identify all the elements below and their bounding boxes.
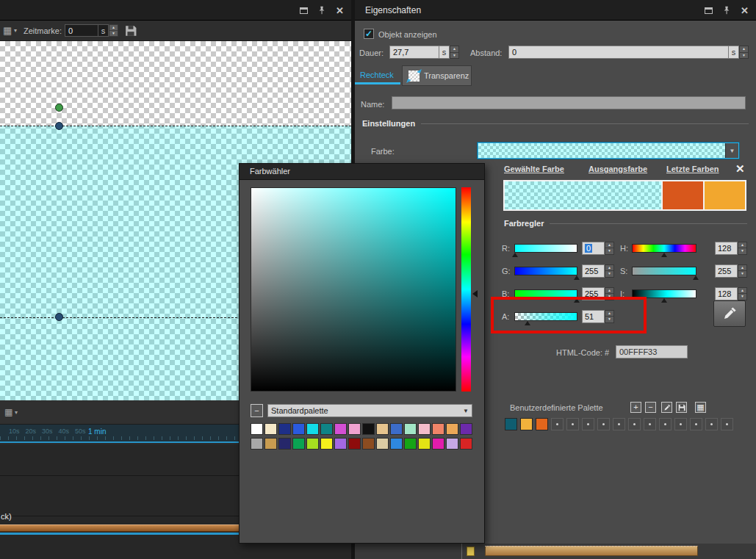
object-menu-icon[interactable]: ▦ (3, 25, 12, 36)
slider-h-spinner[interactable]: ▲▼ (738, 242, 747, 255)
palette-color[interactable] (390, 423, 403, 435)
palette-color[interactable] (460, 423, 472, 435)
palette-color[interactable] (404, 423, 417, 435)
palette-color[interactable] (390, 438, 403, 450)
color-picker-titlebar[interactable]: Farbwähler (240, 164, 484, 180)
palette-color[interactable] (278, 423, 291, 435)
slider-b-value[interactable]: 255 (582, 287, 605, 300)
custom-palette-color[interactable] (520, 418, 533, 430)
slider-r[interactable] (514, 244, 577, 253)
custom-palette-empty-slot[interactable] (566, 418, 579, 430)
slider-marker[interactable] (574, 275, 580, 280)
palette-color[interactable] (432, 423, 444, 435)
custom-palette-save-button[interactable] (676, 402, 687, 413)
hue-bar[interactable] (461, 187, 471, 392)
duration-spinner[interactable]: ▲▼ (450, 46, 459, 59)
slider-s-value[interactable]: 255 (715, 264, 738, 278)
slider-marker[interactable] (525, 321, 530, 325)
track-options-icon[interactable]: ▦ (4, 407, 12, 417)
slider-b[interactable] (514, 289, 577, 298)
palette-color[interactable] (460, 438, 472, 450)
video-window-titlebar[interactable]: ✕ (0, 0, 351, 21)
custom-palette-empty-slot[interactable] (659, 418, 672, 430)
palette-color[interactable] (264, 438, 277, 450)
slider-marker[interactable] (661, 298, 667, 303)
slider-i-value[interactable]: 128 (715, 287, 738, 300)
palette-color[interactable] (376, 423, 389, 435)
slider-g[interactable] (514, 267, 577, 275)
slider-r-value[interactable]: 0 (582, 242, 605, 255)
slider-marker[interactable] (512, 253, 518, 257)
tab-rechteck[interactable]: Rechteck (360, 71, 394, 79)
slider-marker[interactable] (693, 275, 699, 280)
custom-palette-color[interactable] (536, 418, 548, 430)
slider-g-value[interactable]: 255 (582, 264, 605, 278)
palette-color[interactable] (251, 438, 263, 450)
custom-palette-empty-slot[interactable] (674, 418, 687, 430)
color-dropdown[interactable]: ▼ (478, 143, 739, 159)
palette-color[interactable] (348, 423, 361, 435)
slider-marker[interactable] (661, 253, 667, 257)
palette-color[interactable] (292, 438, 305, 450)
slider-g-spinner[interactable]: ▲▼ (605, 264, 614, 278)
close-icon[interactable]: ✕ (336, 6, 344, 15)
recent-color-swatch[interactable] (705, 181, 745, 209)
custom-palette-empty-slot[interactable] (644, 418, 656, 430)
palette-color[interactable] (251, 423, 263, 435)
color-field[interactable] (251, 187, 456, 392)
timeline-clip-bar[interactable] (485, 546, 698, 556)
curve-handle-top[interactable] (55, 122, 63, 130)
custom-palette-empty-slot[interactable] (551, 418, 564, 430)
custom-palette-empty-slot[interactable] (597, 418, 610, 430)
custom-palette-add-button[interactable]: + (630, 402, 641, 413)
palette-color[interactable] (446, 423, 458, 435)
palette-color[interactable] (404, 438, 417, 450)
name-input[interactable] (392, 96, 746, 109)
object-menu-caret-icon[interactable]: ▾ (14, 27, 17, 34)
close-icon[interactable]: ✕ (741, 6, 749, 15)
palette-color[interactable] (292, 423, 305, 435)
save-keyframe-icon[interactable] (125, 25, 137, 37)
timemarker-spinner[interactable]: ▲▼ (109, 24, 118, 37)
slider-s-spinner[interactable]: ▲▼ (738, 264, 747, 278)
properties-titlebar[interactable]: Eigenschaften ✕ (355, 0, 756, 21)
palette-color[interactable] (418, 423, 431, 435)
custom-palette-empty-slot[interactable] (690, 418, 702, 430)
palette-color[interactable] (264, 423, 277, 435)
duration-input[interactable]: 27,7 (389, 46, 439, 59)
palette-color[interactable] (418, 438, 431, 450)
slider-h-value[interactable]: 128 (715, 242, 738, 255)
slider-r-spinner[interactable]: ▲▼ (605, 242, 614, 255)
restore-icon[interactable] (300, 7, 308, 14)
custom-palette-empty-slot[interactable] (721, 418, 733, 430)
slider-a-value[interactable]: 51 (582, 310, 605, 323)
custom-palette-empty-slot[interactable] (613, 418, 625, 430)
dropdown-arrow-icon[interactable]: ▼ (725, 143, 738, 158)
distance-input[interactable]: 0 (508, 46, 729, 59)
slider-b-spinner[interactable]: ▲▼ (605, 287, 614, 300)
palette-color[interactable] (432, 438, 444, 450)
palette-color[interactable] (348, 438, 361, 450)
palette-color[interactable] (320, 423, 333, 435)
curve-handle-green[interactable] (55, 104, 63, 112)
hue-marker[interactable] (472, 290, 478, 297)
palette-color[interactable] (306, 423, 319, 435)
show-object-checkbox[interactable]: ✓ (364, 29, 374, 39)
custom-palette-empty-slot[interactable] (705, 418, 718, 430)
custom-palette-grid-button[interactable]: ▦ (695, 402, 706, 413)
slider-i-spinner[interactable]: ▲▼ (738, 287, 747, 300)
palette-color[interactable] (446, 438, 458, 450)
palette-collapse-button[interactable]: − (251, 404, 263, 417)
palette-color[interactable] (362, 423, 375, 435)
slider-a[interactable] (514, 312, 577, 321)
close-picker-icon[interactable]: ✕ (735, 162, 745, 176)
palette-color[interactable] (334, 423, 347, 435)
origin-color-swatch[interactable] (663, 181, 703, 209)
slider-i[interactable] (632, 289, 696, 298)
palette-color[interactable] (320, 438, 333, 450)
clip-thumbnail-icon[interactable] (467, 547, 475, 556)
custom-palette-remove-button[interactable]: − (645, 402, 656, 413)
palette-color[interactable] (278, 438, 291, 450)
palette-color[interactable] (376, 438, 389, 450)
custom-palette-empty-slot[interactable] (628, 418, 641, 430)
